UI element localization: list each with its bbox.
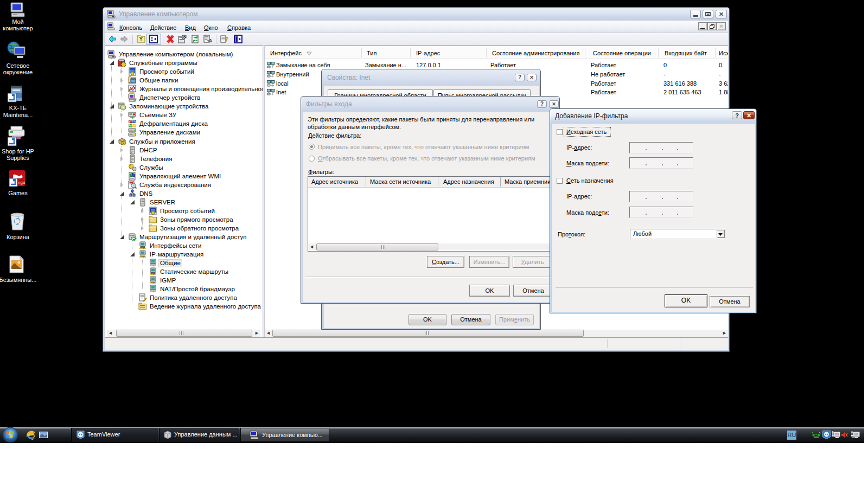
svg-text:nga: nga: [18, 180, 25, 185]
svg-text:?: ?: [225, 36, 228, 42]
